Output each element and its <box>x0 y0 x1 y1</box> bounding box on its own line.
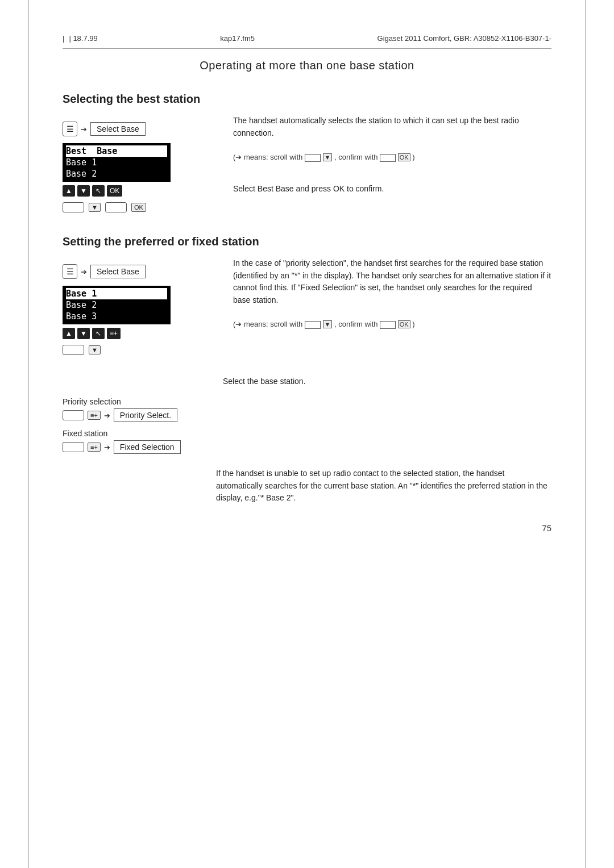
section1-right: The handset automatically selects the st… <box>233 115 551 218</box>
meta-center: kap17.fm5 <box>220 34 255 43</box>
lcd-row-1-2: Base 2 <box>66 168 167 180</box>
page-number: 75 <box>542 523 551 533</box>
page-meta: | | 18.7.99 kap17.fm5 Gigaset 2011 Comfo… <box>63 34 551 43</box>
lcd-btn-back-2: ↖ <box>92 328 105 339</box>
select-station-text: Select the base station. <box>223 377 306 386</box>
section2-body: ☰ ➔ Select Base Base 1 Base 2 Base 3 ▲ ▼… <box>63 257 551 361</box>
section2-note: (➔ means: scroll with ▼ , confirm with O… <box>233 319 551 330</box>
menu-icon-2: ☰ <box>63 264 77 279</box>
select-base-label-1: Select Base <box>90 122 146 136</box>
lcd-screen-2: Base 1 Base 2 Base 3 <box>63 286 171 324</box>
lcd-buttons-1: ▲ ▼ ↖ OK <box>63 185 216 197</box>
soft-btn-left-1 <box>63 202 84 212</box>
fixed-section: Fixed station ≡+ ➔ Fixed Selection <box>63 429 551 454</box>
right-border <box>585 0 586 868</box>
section1-left: ☰ ➔ Select Base Best Base Base 1 Base 2 … <box>63 115 216 218</box>
lcd-screen-1: Best Base Base 1 Base 2 <box>63 143 171 182</box>
section1-heading: Selecting the best station <box>63 93 551 106</box>
soft-btn-left-2 <box>63 345 84 355</box>
section1-confirm-text: Select Best Base and press OK to confirm… <box>233 183 551 195</box>
lcd-btn-down-2: ▼ <box>77 328 90 339</box>
soft-btn-fixed <box>63 442 84 452</box>
lcd-btn-back-1: ↖ <box>92 185 105 197</box>
menu-plus-btn-priority: ≡+ <box>88 411 101 420</box>
section1-description: The handset automatically selects the st… <box>233 115 551 139</box>
lcd-row-2-2: Base 3 <box>66 311 167 322</box>
lcd-row-2-1: Base 2 <box>66 299 167 311</box>
arrow-right-2: ➔ <box>81 268 87 276</box>
section2-footer: If the handset is unable to set up radio… <box>216 468 551 504</box>
section1-body: ☰ ➔ Select Base Best Base Base 1 Base 2 … <box>63 115 551 218</box>
arrow-right-1: ➔ <box>81 125 87 133</box>
fixed-label: Fixed station <box>63 429 551 438</box>
lcd-btn-down-1: ▼ <box>77 185 90 197</box>
fixed-step-row: ≡+ ➔ Fixed Selection <box>63 440 551 454</box>
ok-btn-1: OK <box>131 203 146 212</box>
lcd-btn-up-1: ▲ <box>63 185 75 197</box>
lcd-row-1-0: Best Base <box>66 145 167 157</box>
menu-icon: ☰ <box>63 122 77 136</box>
section1-note: (➔ means: scroll with ▼ , confirm with O… <box>233 152 551 163</box>
arrow-priority: ➔ <box>104 411 110 420</box>
top-rule <box>63 48 551 49</box>
soft-btn-priority <box>63 410 84 420</box>
lcd-row-2-0: Base 1 <box>66 288 167 299</box>
priority-select-label: Priority Select. <box>114 408 177 422</box>
section2-right: In the case of "priority selection", the… <box>233 257 551 361</box>
footer-row: If the handset is unable to set up radio… <box>63 468 551 504</box>
lcd-btn-menu-2: ≡+ <box>107 328 121 339</box>
section2-menu-row: ☰ ➔ Select Base <box>63 264 216 279</box>
page-title: Operating at more than one base station <box>63 59 551 72</box>
lcd-btn-ok-1: OK <box>107 185 122 197</box>
lcd-row-1-1: Base 1 <box>66 157 167 168</box>
meta-date: | 18.7.99 <box>69 34 97 43</box>
fixed-selection-label: Fixed Selection <box>114 440 181 454</box>
lcd-btn-up-2: ▲ <box>63 328 75 339</box>
section2-left: ☰ ➔ Select Base Base 1 Base 2 Base 3 ▲ ▼… <box>63 257 216 361</box>
section2-description: In the case of "priority selection", the… <box>233 257 551 307</box>
section2-scroll-row: ▼ <box>63 345 216 355</box>
section1-confirm-row: ▼ OK <box>63 202 216 212</box>
section2-heading: Setting the preferred or fixed station <box>63 235 551 248</box>
priority-step-row: ≡+ ➔ Priority Select. <box>63 408 551 422</box>
meta-left-bar: | <box>63 34 64 43</box>
meta-right: Gigaset 2011 Comfort, GBR: A30852-X1106-… <box>377 34 551 43</box>
select-base-label-2: Select Base <box>90 265 146 278</box>
lcd-buttons-2: ▲ ▼ ↖ ≡+ <box>63 328 216 339</box>
select-station-row: Select the base station. <box>63 374 551 386</box>
left-border <box>28 0 29 868</box>
arrow-fixed: ➔ <box>104 443 110 452</box>
section1-menu-row: ☰ ➔ Select Base <box>63 122 216 136</box>
priority-label: Priority selection <box>63 397 551 406</box>
scroll-down-btn-1: ▼ <box>89 203 101 212</box>
scroll-down-btn-2: ▼ <box>89 345 101 354</box>
menu-plus-btn-fixed: ≡+ <box>88 443 101 452</box>
soft-btn-right-1 <box>105 202 127 212</box>
priority-section: Priority selection ≡+ ➔ Priority Select. <box>63 397 551 422</box>
